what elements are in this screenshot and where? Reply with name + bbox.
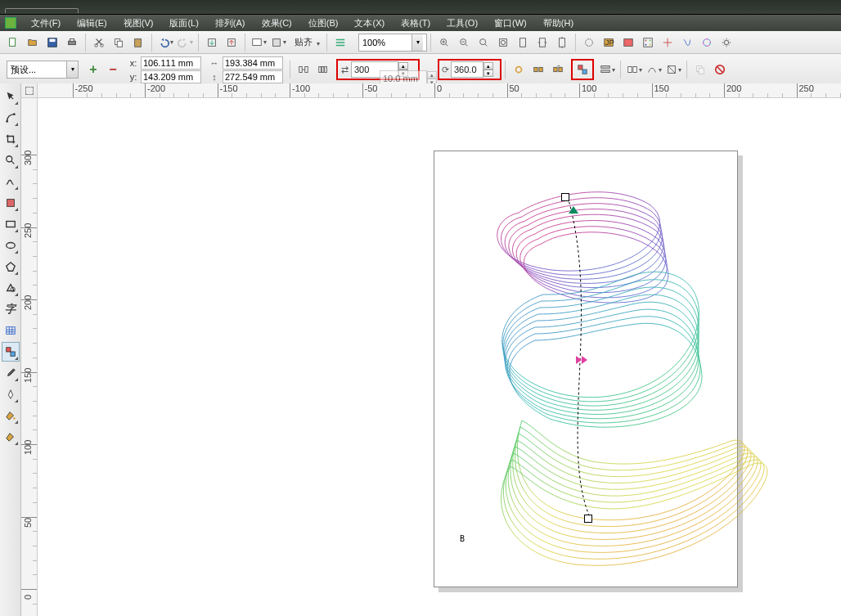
menu-help[interactable]: 帮助(H) xyxy=(535,16,582,31)
menu-effects[interactable]: 效果(C) xyxy=(254,16,300,31)
svg-rect-21 xyxy=(540,38,546,47)
copy-button[interactable] xyxy=(110,34,128,52)
basic-shapes-tool[interactable] xyxy=(2,278,20,298)
alignment-guides-icon[interactable] xyxy=(678,34,696,52)
add-preset-button[interactable]: + xyxy=(84,61,102,79)
preset-combo[interactable]: ▾ xyxy=(7,61,79,79)
text-tool[interactable]: 字 xyxy=(2,299,20,319)
app-launcher-button[interactable] xyxy=(269,34,287,52)
shape-tool[interactable] xyxy=(2,108,20,128)
export-html-icon[interactable] xyxy=(619,34,637,52)
blend-steps-mode-button[interactable] xyxy=(295,61,313,79)
zoom-height-icon[interactable] xyxy=(553,34,571,52)
accel-options-button[interactable] xyxy=(598,61,616,79)
options-gear-icon[interactable] xyxy=(717,34,735,52)
ruler-vertical[interactable]: 300250200150100500 xyxy=(21,98,38,616)
y-input[interactable] xyxy=(141,70,201,83)
ruler-corner[interactable] xyxy=(21,83,38,98)
eyedropper-tool[interactable] xyxy=(2,363,20,383)
fill-tool[interactable] xyxy=(2,406,20,425)
zoom-combo[interactable]: ▾ xyxy=(358,34,427,52)
menu-table[interactable]: 表格(T) xyxy=(393,16,438,31)
start-end-props-button[interactable] xyxy=(625,61,643,79)
path-props-button[interactable] xyxy=(645,61,663,79)
loop-blend-button[interactable] xyxy=(510,61,528,79)
snap-dropdown[interactable] xyxy=(313,36,323,49)
polygon-tool[interactable] xyxy=(2,257,20,277)
preset-dropdown-button[interactable]: ▾ xyxy=(66,61,78,78)
menu-view[interactable]: 视图(V) xyxy=(115,16,162,31)
menu-tools[interactable]: 工具(O) xyxy=(438,16,486,31)
interactive-blend-tool[interactable] xyxy=(2,342,20,362)
menu-file[interactable]: 文件(F) xyxy=(23,16,69,31)
print-button[interactable] xyxy=(63,34,81,52)
menu-bitmap[interactable]: 位图(B) xyxy=(300,16,347,31)
zoom-width-icon[interactable] xyxy=(533,34,551,52)
angle-down[interactable]: ▾ xyxy=(483,70,493,77)
menu-layout[interactable]: 版面(L) xyxy=(161,16,206,31)
blend-spacing-mode-button[interactable] xyxy=(314,61,332,79)
color-wheel-icon[interactable] xyxy=(698,34,716,52)
menu-window[interactable]: 窗口(W) xyxy=(486,16,535,31)
export-button[interactable] xyxy=(223,34,241,52)
angle-spinner[interactable]: ▴▾ xyxy=(483,62,493,77)
width-input[interactable] xyxy=(223,56,283,70)
zoom-fit-icon[interactable] xyxy=(494,34,512,52)
paste-button[interactable] xyxy=(129,34,147,52)
clear-blend-button[interactable] xyxy=(711,61,729,79)
ruler-horizontal[interactable]: -250-200-150-100-50050100150200250 xyxy=(38,83,841,98)
x-input[interactable] xyxy=(141,56,201,70)
save-button[interactable] xyxy=(43,34,61,52)
dynamic-guides-icon[interactable] xyxy=(659,34,677,52)
show-rulers-icon[interactable] xyxy=(580,34,598,52)
new-button[interactable] xyxy=(4,34,22,52)
ellipse-tool[interactable] xyxy=(2,236,20,255)
snap-toggle-icon[interactable] xyxy=(639,34,657,52)
freehand-tool[interactable] xyxy=(2,172,20,191)
open-button[interactable] xyxy=(24,34,42,52)
redo-button[interactable] xyxy=(176,34,194,52)
copy-blend-button[interactable] xyxy=(691,61,709,79)
outline-pen-tool[interactable] xyxy=(2,384,20,404)
zoom-out-icon[interactable] xyxy=(455,34,473,52)
preset-input[interactable] xyxy=(7,65,66,74)
publish-pdf-button[interactable] xyxy=(250,34,268,52)
clockwise-blend-button[interactable] xyxy=(549,61,567,79)
steps-up[interactable]: ▴ xyxy=(398,62,408,70)
smart-fill-tool[interactable] xyxy=(2,193,20,213)
cut-button[interactable] xyxy=(90,34,108,52)
table-tool[interactable] xyxy=(2,321,20,340)
export-jpg-icon[interactable]: JPG xyxy=(600,34,618,52)
remove-preset-button[interactable]: − xyxy=(104,61,122,79)
undo-button[interactable] xyxy=(156,34,174,52)
menu-arrange[interactable]: 排列(A) xyxy=(207,16,254,31)
direct-blend-button[interactable] xyxy=(529,61,547,79)
crop-tool[interactable] xyxy=(2,129,20,149)
zoom-page-icon[interactable] xyxy=(514,34,532,52)
menu-edit[interactable]: 编辑(E) xyxy=(69,16,115,31)
pick-tool[interactable] xyxy=(2,87,20,106)
color-accel-marker[interactable] xyxy=(576,356,586,364)
object-color-accel-button[interactable] xyxy=(573,61,591,79)
angle-input[interactable] xyxy=(451,61,483,78)
blend-end-handle[interactable] xyxy=(584,515,592,523)
node-label: B xyxy=(460,534,465,543)
svg-rect-22 xyxy=(560,38,565,47)
zoom-selection-icon[interactable] xyxy=(474,34,492,52)
canvas[interactable]: B xyxy=(38,98,841,616)
interactive-fill-tool[interactable] xyxy=(2,427,20,447)
zoom-tool[interactable] xyxy=(2,151,20,170)
object-accel-marker[interactable] xyxy=(569,205,578,214)
menu-text[interactable]: 文本(X) xyxy=(346,16,393,31)
angle-up[interactable]: ▴ xyxy=(483,62,493,70)
height-input[interactable] xyxy=(223,70,283,83)
zoom-in-icon[interactable] xyxy=(435,34,453,52)
options-button[interactable] xyxy=(331,34,349,52)
more-blend-button[interactable] xyxy=(664,61,682,79)
zoom-dropdown-button[interactable]: ▾ xyxy=(412,34,423,51)
rectangle-tool[interactable] xyxy=(2,214,20,234)
blend-start-handle[interactable] xyxy=(561,193,569,201)
zoom-input[interactable] xyxy=(359,38,412,47)
import-button[interactable] xyxy=(203,34,221,52)
blend-artwork[interactable] xyxy=(437,172,779,605)
